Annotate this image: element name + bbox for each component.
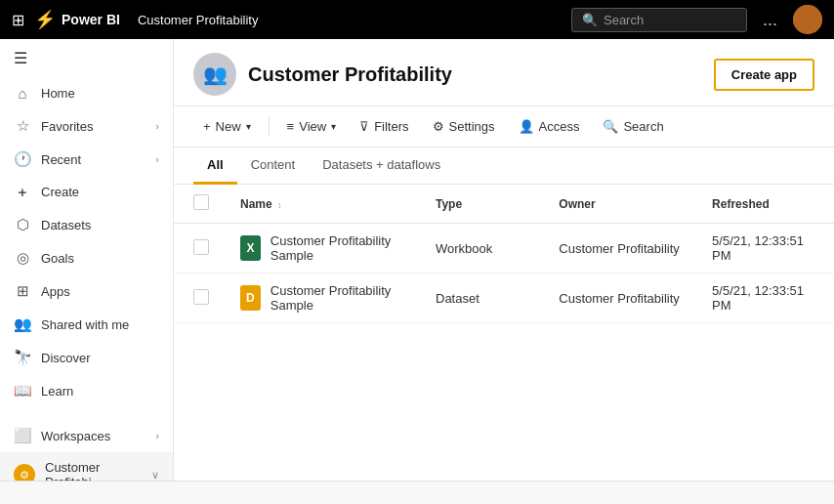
row2-owner-cell: Customer Profitability xyxy=(543,273,696,323)
row1-refreshed-cell: 5/5/21, 12:33:51 PM xyxy=(696,224,834,273)
filters-icon: ⊽ xyxy=(359,119,369,134)
page-title: Customer Profitability xyxy=(248,63,702,86)
sidebar-item-learn[interactable]: 📖 Learn xyxy=(0,374,173,407)
sidebar-label-recent: Recent xyxy=(41,152,81,167)
sidebar-toggle[interactable]: ☰ xyxy=(0,39,173,77)
sidebar-item-home[interactable]: ⌂ Home xyxy=(0,77,173,109)
row1-refreshed: 5/5/21, 12:33:51 PM xyxy=(712,233,804,263)
content-area: 👥 Customer Profitability Create app + Ne… xyxy=(174,39,834,481)
topbar: ⊞ ⚡ Power BI Customer Profitability 🔍 ..… xyxy=(0,0,834,39)
excel-icon-label: X xyxy=(246,241,254,255)
sidebar-label-learn: Learn xyxy=(41,384,73,399)
filters-label: Filters xyxy=(374,119,408,134)
sidebar-item-shared[interactable]: 👥 Shared with me xyxy=(0,308,173,341)
tab-datasets[interactable]: Datasets + dataflows xyxy=(309,147,454,185)
row1-checkbox[interactable] xyxy=(193,239,209,255)
items-table: Name ↕ Type Owner Refreshed xyxy=(174,185,834,323)
sidebar-item-workspaces[interactable]: ⬜ Workspaces › xyxy=(0,419,173,452)
topbar-search-icon: 🔍 xyxy=(582,13,598,27)
row2-refreshed: 5/5/21, 12:33:51 PM xyxy=(712,283,804,313)
view-icon: ≡ xyxy=(287,119,295,134)
discover-icon: 🔭 xyxy=(14,349,31,366)
row1-checkbox-cell xyxy=(174,224,225,273)
header-checkbox[interactable] xyxy=(193,194,209,210)
row1-type: Workbook xyxy=(436,241,492,256)
sort-icon-name: ↕ xyxy=(277,200,282,210)
col-header-owner[interactable]: Owner xyxy=(543,185,696,224)
access-label: Access xyxy=(539,119,580,134)
sidebar-item-create[interactable]: + Create xyxy=(0,176,173,208)
workspaces-icon: ⬜ xyxy=(14,427,31,444)
content-table: Name ↕ Type Owner Refreshed xyxy=(174,185,834,481)
col-header-name[interactable]: Name ↕ xyxy=(225,185,420,224)
datasets-icon: ⬡ xyxy=(14,216,31,233)
grid-icon[interactable]: ⊞ xyxy=(12,11,24,29)
workspace-collapse-icon: ∨ xyxy=(151,469,159,482)
new-chevron-icon: ▾ xyxy=(246,121,251,132)
col-owner-label: Owner xyxy=(559,197,595,211)
view-button[interactable]: ≡ View ▾ xyxy=(277,114,347,139)
topbar-search-box[interactable]: 🔍 xyxy=(571,8,747,32)
home-icon: ⌂ xyxy=(14,85,31,102)
col-refreshed-label: Refreshed xyxy=(712,197,770,211)
content-toolbar: + New ▾ ≡ View ▾ ⊽ Filters ⚙ Settings 👤 … xyxy=(174,106,834,147)
content-header: 👥 Customer Profitability Create app xyxy=(174,39,834,106)
row2-checkbox[interactable] xyxy=(193,289,209,305)
row2-file-icon: D xyxy=(240,285,261,311)
row1-type-cell: Workbook xyxy=(420,224,543,273)
topbar-search-input[interactable] xyxy=(604,13,721,27)
chevron-right-icon: › xyxy=(155,120,159,132)
settings-button[interactable]: ⚙ Settings xyxy=(423,114,505,139)
user-avatar[interactable] xyxy=(793,5,822,34)
logo-text: Power BI xyxy=(62,12,120,27)
sidebar-item-favorites[interactable]: ☆ Favorites › xyxy=(0,109,173,143)
row1-file-icon: X xyxy=(240,235,261,261)
sidebar: ☰ ⌂ Home ☆ Favorites › 🕐 Recent › + Crea… xyxy=(0,39,174,481)
filters-button[interactable]: ⊽ Filters xyxy=(350,114,418,139)
view-label: View xyxy=(299,119,326,134)
topbar-more-options[interactable]: ... xyxy=(763,10,777,30)
settings-icon: ⚙ xyxy=(433,119,444,134)
sidebar-item-recent[interactable]: 🕐 Recent › xyxy=(0,143,173,176)
new-button[interactable]: + New ▾ xyxy=(193,114,261,139)
search-button[interactable]: 🔍 Search xyxy=(593,114,673,139)
row1-name-cell: X Customer Profitability Sample xyxy=(225,224,420,273)
learn-icon: 📖 xyxy=(14,382,31,399)
plus-icon: + xyxy=(203,119,211,134)
sidebar-item-current-workspace[interactable]: ⚙ Customer Profitabi... ∨ xyxy=(0,452,173,481)
search-label: Search xyxy=(623,119,663,134)
row1-owner: Customer Profitability xyxy=(559,241,680,256)
row1-owner-cell: Customer Profitability xyxy=(543,224,696,273)
row2-owner: Customer Profitability xyxy=(559,291,680,306)
row1-file-cell: X Customer Profitability Sample xyxy=(240,233,404,263)
content-tabs: All Content Datasets + dataflows xyxy=(174,147,834,185)
col-header-refreshed[interactable]: Refreshed xyxy=(696,185,834,224)
tab-all[interactable]: All xyxy=(193,147,237,185)
goals-icon: ◎ xyxy=(14,249,31,267)
sidebar-item-datasets[interactable]: ⬡ Datasets xyxy=(0,208,173,241)
avatar-image xyxy=(793,5,822,34)
sidebar-label-goals: Goals xyxy=(41,251,74,266)
col-type-label: Type xyxy=(436,197,462,211)
table-row[interactable]: X Customer Profitability Sample Workbook… xyxy=(174,224,834,273)
recent-icon: 🕐 xyxy=(14,150,31,168)
bottom-bar xyxy=(0,481,834,504)
col-header-type[interactable]: Type xyxy=(420,185,543,224)
col-header-checkbox xyxy=(174,185,225,224)
new-label: New xyxy=(216,119,241,134)
hamburger-icon: ☰ xyxy=(14,50,27,66)
sidebar-label-discover: Discover xyxy=(41,351,91,365)
create-app-button[interactable]: Create app xyxy=(714,59,814,91)
tab-content[interactable]: Content xyxy=(237,147,310,185)
sidebar-label-workspaces: Workspaces xyxy=(41,429,110,443)
toolbar-separator-1 xyxy=(269,117,270,137)
sidebar-item-goals[interactable]: ◎ Goals xyxy=(0,241,173,274)
sidebar-label-shared: Shared with me xyxy=(41,317,129,332)
dataset-icon-label: D xyxy=(246,291,255,305)
access-button[interactable]: 👤 Access xyxy=(509,114,590,139)
sidebar-item-discover[interactable]: 🔭 Discover xyxy=(0,341,173,374)
sidebar-item-apps[interactable]: ⊞ Apps xyxy=(0,274,173,308)
sidebar-label-current-workspace: Customer Profitabi... xyxy=(45,460,142,481)
sidebar-label-home: Home xyxy=(41,86,75,101)
table-row[interactable]: D Customer Profitability Sample Dataset … xyxy=(174,273,834,323)
